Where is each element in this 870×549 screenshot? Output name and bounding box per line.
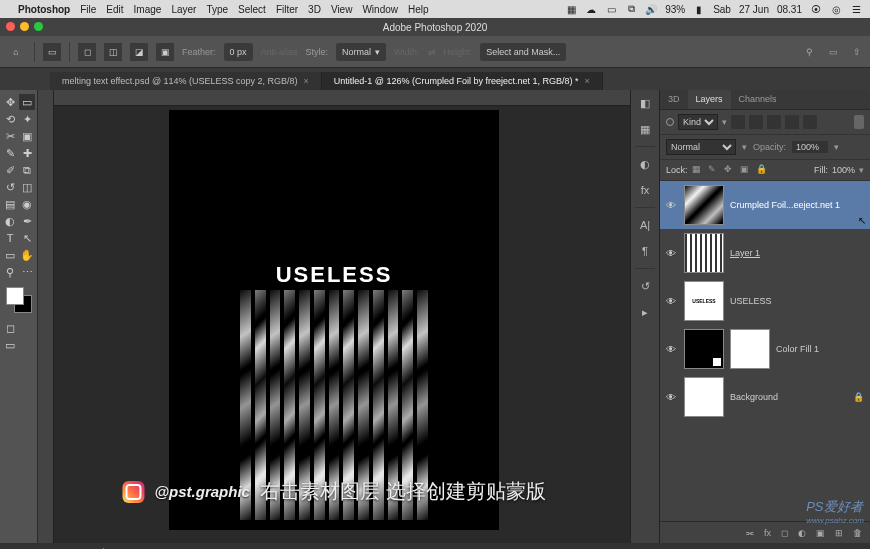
select-and-mask-button[interactable]: Select and Mask...	[480, 43, 566, 61]
layer-name[interactable]: Layer 1	[730, 248, 760, 258]
crop-tool-icon[interactable]: ✂	[2, 128, 18, 144]
lasso-tool-icon[interactable]: ⟲	[2, 111, 18, 127]
menubar-tray-icon[interactable]: ▦	[565, 3, 577, 15]
menu-help[interactable]: Help	[408, 4, 429, 15]
layer-thumbnail[interactable]: USELESS	[684, 281, 724, 321]
close-tab-icon[interactable]: ×	[304, 76, 309, 86]
menu-edit[interactable]: Edit	[106, 4, 123, 15]
new-layer-icon[interactable]: ⊞	[835, 528, 843, 538]
history-brush-tool-icon[interactable]: ↺	[2, 179, 18, 195]
fill-input[interactable]: 100%	[832, 165, 855, 175]
home-icon[interactable]: ⌂	[6, 42, 26, 62]
swatches-panel-icon[interactable]: ▦	[636, 120, 654, 138]
spotlight-icon[interactable]: ⦿	[810, 3, 822, 15]
menubar-cc-icon[interactable]: ☁	[585, 3, 597, 15]
layer-fx-icon[interactable]: fx	[764, 528, 771, 538]
notification-icon[interactable]: ☰	[850, 3, 862, 15]
search-icon[interactable]	[666, 118, 674, 126]
menu-window[interactable]: Window	[362, 4, 398, 15]
lock-all-icon[interactable]: 🔒	[756, 164, 768, 176]
layer-row[interactable]: 👁 Crumpled Foil...eeject.net 1 ↖	[660, 181, 870, 229]
panel-tab-channels[interactable]: Channels	[731, 90, 785, 109]
visibility-icon[interactable]: 👁	[666, 392, 678, 403]
new-group-icon[interactable]: ▣	[816, 528, 825, 538]
filter-smart-icon[interactable]	[803, 115, 817, 129]
character-panel-icon[interactable]: A|	[636, 216, 654, 234]
lock-artboard-icon[interactable]: ▣	[740, 164, 752, 176]
color-swatch[interactable]	[6, 287, 32, 313]
pen-tool-icon[interactable]: ✒	[19, 213, 35, 229]
filter-pixel-icon[interactable]	[731, 115, 745, 129]
styles-panel-icon[interactable]: fx	[636, 181, 654, 199]
feather-input[interactable]: 0 px	[224, 43, 253, 61]
selection-add-icon[interactable]: ◫	[104, 43, 122, 61]
close-window[interactable]	[6, 22, 15, 31]
new-fill-icon[interactable]: ◐	[798, 528, 806, 538]
visibility-icon[interactable]: 👁	[666, 344, 678, 355]
wand-tool-icon[interactable]: ✦	[19, 111, 35, 127]
type-tool-icon[interactable]: T	[2, 230, 18, 246]
zoom-tool-icon[interactable]: ⚲	[2, 264, 18, 280]
layer-name[interactable]: USELESS	[730, 296, 772, 306]
document-tab[interactable]: melting text effect.psd @ 114% (USELESS …	[50, 72, 322, 90]
lock-pixels-icon[interactable]: ✎	[708, 164, 720, 176]
minimize-window[interactable]	[20, 22, 29, 31]
battery-icon[interactable]: ▮	[693, 3, 705, 15]
layer-thumbnail[interactable]	[684, 329, 724, 369]
heal-tool-icon[interactable]: ✚	[19, 145, 35, 161]
document-canvas[interactable]: USELESS	[169, 110, 499, 530]
blend-mode-select[interactable]: Normal	[666, 139, 736, 155]
menu-view[interactable]: View	[331, 4, 353, 15]
layer-thumbnail[interactable]	[684, 233, 724, 273]
layer-name[interactable]: Color Fill 1	[776, 344, 819, 354]
history-panel-icon[interactable]: ↺	[636, 277, 654, 295]
edit-toolbar-icon[interactable]: ⋯	[19, 264, 35, 280]
path-tool-icon[interactable]: ↖	[19, 230, 35, 246]
link-layers-icon[interactable]: ⫘	[745, 528, 754, 538]
marquee-tool-icon[interactable]: ▭	[19, 94, 35, 110]
panel-tab-3d[interactable]: 3D	[660, 90, 688, 109]
dodge-tool-icon[interactable]: ◐	[2, 213, 18, 229]
filter-shape-icon[interactable]	[785, 115, 799, 129]
frame-tool-icon[interactable]: ▣	[19, 128, 35, 144]
search-icon[interactable]: ⚲	[802, 45, 816, 59]
stamp-tool-icon[interactable]: ⧉	[19, 162, 35, 178]
layer-name[interactable]: Background	[730, 392, 778, 402]
color-panel-icon[interactable]: ◧	[636, 94, 654, 112]
filter-toggle[interactable]	[854, 115, 864, 129]
menu-file[interactable]: File	[80, 4, 96, 15]
layer-row[interactable]: 👁 Color Fill 1	[660, 325, 870, 373]
volume-icon[interactable]: 🔊	[645, 3, 657, 15]
menu-layer[interactable]: Layer	[171, 4, 196, 15]
move-tool-icon[interactable]: ✥	[2, 94, 18, 110]
siri-icon[interactable]: ◎	[830, 3, 842, 15]
opacity-input[interactable]: 100%	[792, 141, 828, 153]
panel-tab-layers[interactable]: Layers	[688, 90, 731, 109]
layer-thumbnail[interactable]	[684, 377, 724, 417]
share-icon[interactable]: ⇧	[850, 45, 864, 59]
workspace-icon[interactable]: ▭	[826, 45, 840, 59]
filter-adjust-icon[interactable]	[749, 115, 763, 129]
gradient-tool-icon[interactable]: ▤	[2, 196, 18, 212]
layer-mask-thumbnail[interactable]	[730, 329, 770, 369]
menu-type[interactable]: Type	[206, 4, 228, 15]
menu-3d[interactable]: 3D	[308, 4, 321, 15]
wifi-icon[interactable]: ⧉	[625, 3, 637, 15]
selection-intersect-icon[interactable]: ▣	[156, 43, 174, 61]
paragraph-panel-icon[interactable]: ¶	[636, 242, 654, 260]
menu-filter[interactable]: Filter	[276, 4, 298, 15]
visibility-icon[interactable]: 👁	[666, 248, 678, 259]
layer-name[interactable]: Crumpled Foil...eeject.net 1	[730, 200, 840, 210]
eyedropper-tool-icon[interactable]: ✎	[2, 145, 18, 161]
eraser-tool-icon[interactable]: ◫	[19, 179, 35, 195]
filter-type-icon[interactable]	[767, 115, 781, 129]
quickmask-icon[interactable]: ◻	[2, 320, 18, 336]
document-tab[interactable]: Untitled-1 @ 126% (Crumpled Foil by free…	[322, 72, 603, 90]
hand-tool-icon[interactable]: ✋	[19, 247, 35, 263]
menu-image[interactable]: Image	[134, 4, 162, 15]
selection-subtract-icon[interactable]: ◪	[130, 43, 148, 61]
lock-transparent-icon[interactable]: ▦	[692, 164, 704, 176]
visibility-icon[interactable]: 👁	[666, 296, 678, 307]
app-menu[interactable]: Photoshop	[18, 4, 70, 15]
add-mask-icon[interactable]: ◻	[781, 528, 788, 538]
